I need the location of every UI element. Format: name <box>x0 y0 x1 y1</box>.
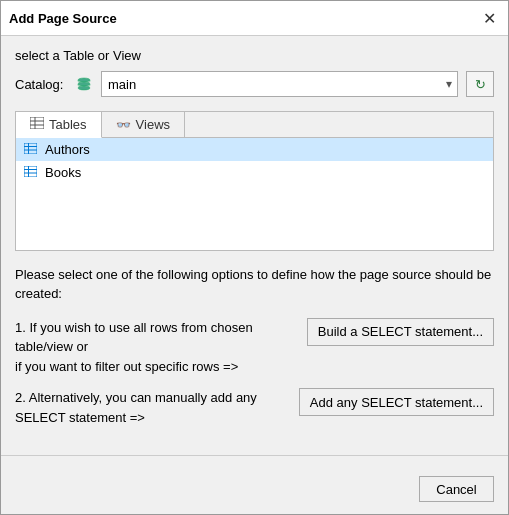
close-button[interactable]: ✕ <box>478 7 500 29</box>
table-list: Authors Books <box>16 138 493 250</box>
views-tab-icon: 👓 <box>116 118 131 132</box>
option-2-number: 2. <box>15 390 26 405</box>
title-bar: Add Page Source ✕ <box>1 1 508 36</box>
svg-point-2 <box>78 86 90 90</box>
refresh-button[interactable]: ↻ <box>466 71 494 97</box>
svg-rect-3 <box>30 117 44 129</box>
catalog-select-wrapper: main <box>101 71 458 97</box>
catalog-label: Catalog: <box>15 77 67 92</box>
options-section: 1. If you wish to use all rows from chos… <box>15 318 494 428</box>
table-row[interactable]: Authors <box>16 138 493 161</box>
tab-views-label: Views <box>136 117 170 132</box>
dialog-title: Add Page Source <box>9 11 117 26</box>
tab-bar: Tables 👓 Views <box>16 112 493 138</box>
table-name-authors: Authors <box>45 142 90 157</box>
svg-point-1 <box>78 82 90 86</box>
option-row-1: 1. If you wish to use all rows from chos… <box>15 318 494 377</box>
cancel-button[interactable]: Cancel <box>419 476 494 502</box>
build-select-button[interactable]: Build a SELECT statement... <box>307 318 494 346</box>
database-icon <box>75 75 93 93</box>
table-row-icon <box>24 143 37 157</box>
option-row-2: 2. Alternatively, you can manually add a… <box>15 388 494 427</box>
dialog-body: select a Table or View Catalog: main <box>1 36 508 455</box>
table-row[interactable]: Books <box>16 161 493 184</box>
tab-views[interactable]: 👓 Views <box>102 112 185 137</box>
refresh-icon: ↻ <box>475 77 486 92</box>
table-tab-icon <box>30 117 44 132</box>
option-1-number: 1. <box>15 320 26 335</box>
footer-divider <box>1 455 508 456</box>
option-2-text: 2. Alternatively, you can manually add a… <box>15 388 289 427</box>
svg-point-0 <box>78 78 90 82</box>
instructions-text: Please select one of the following optio… <box>15 265 494 304</box>
add-select-button[interactable]: Add any SELECT statement... <box>299 388 494 416</box>
add-page-source-dialog: Add Page Source ✕ select a Table or View… <box>0 0 509 515</box>
svg-rect-11 <box>24 166 37 177</box>
catalog-row: Catalog: main ↻ <box>15 71 494 97</box>
option-1-text: 1. If you wish to use all rows from chos… <box>15 318 297 377</box>
footer: Cancel <box>1 468 508 514</box>
tab-tables-label: Tables <box>49 117 87 132</box>
svg-rect-7 <box>24 143 37 154</box>
table-row-icon <box>24 166 37 180</box>
section-label: select a Table or View <box>15 48 494 63</box>
tables-views-container: Tables 👓 Views <box>15 111 494 251</box>
catalog-select[interactable]: main <box>101 71 458 97</box>
tab-tables[interactable]: Tables <box>16 112 102 138</box>
table-name-books: Books <box>45 165 81 180</box>
